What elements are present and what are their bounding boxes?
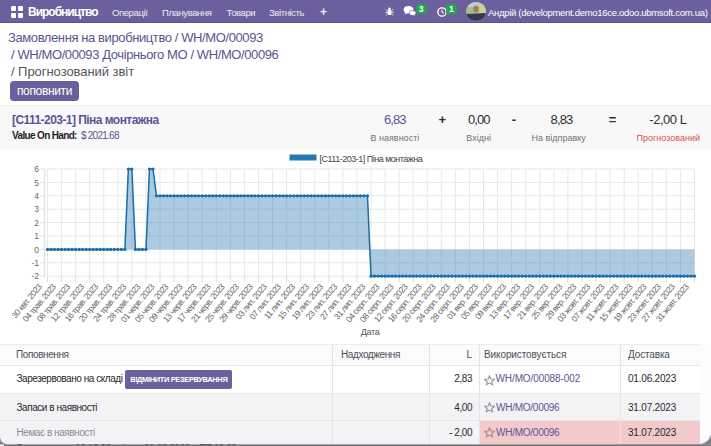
svg-text:0: 0 (34, 245, 39, 255)
svg-text:3: 3 (34, 204, 39, 214)
svg-text:-1: -1 (31, 258, 39, 268)
svg-text:5: 5 (34, 178, 39, 188)
svg-text:-2: -2 (31, 271, 39, 281)
svg-text:[C111-203-1] Піна монтажна: [C111-203-1] Піна монтажна (320, 154, 423, 164)
svg-text:1: 1 (34, 231, 39, 241)
svg-text:2: 2 (34, 218, 39, 228)
svg-text:6: 6 (34, 164, 39, 174)
svg-text:Дата: Дата (361, 327, 380, 337)
svg-text:4: 4 (34, 191, 39, 201)
